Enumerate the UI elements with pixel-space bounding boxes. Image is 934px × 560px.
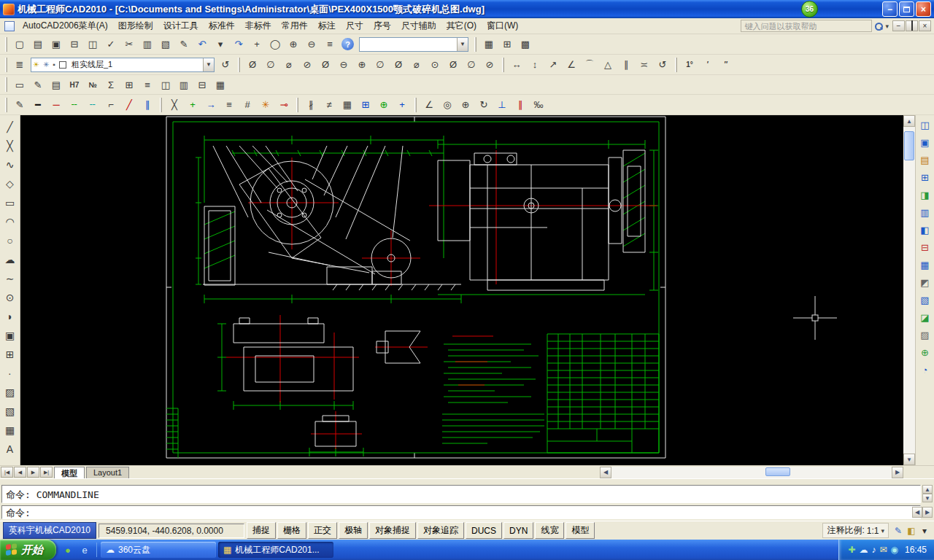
star-icon[interactable]: ✳: [257, 96, 274, 113]
red-line-icon[interactable]: ─: [47, 96, 65, 113]
thick-line-icon[interactable]: ━: [29, 96, 47, 113]
layer-lock-icon[interactable]: ▪: [53, 61, 55, 69]
scroll-left-icon[interactable]: ◀: [600, 467, 611, 478]
status-toggle[interactable]: DYN: [503, 522, 533, 539]
tab-last-button[interactable]: ▶|: [40, 467, 53, 478]
command-scroll-down-icon[interactable]: ▼: [922, 494, 933, 502]
quicklaunch-browser-icon[interactable]: e: [77, 542, 92, 557]
layer-freeze-icon[interactable]: ✳: [43, 61, 49, 69]
leader-icon[interactable]: ⊸: [275, 96, 293, 113]
undo-icon[interactable]: ↶: [193, 36, 211, 52]
view-plus-icon[interactable]: ⊕: [917, 345, 933, 360]
dim-diameter-7-icon[interactable]: Ø: [390, 56, 407, 73]
spline-icon[interactable]: ∼: [1, 269, 19, 288]
view-wire-icon[interactable]: ▥: [917, 205, 933, 220]
layer-combo[interactable]: ☀✳▪ 粗实线层_1 ▼: [31, 58, 215, 72]
angle-second-icon[interactable]: ″: [717, 56, 735, 73]
pan-icon[interactable]: +: [248, 36, 266, 52]
grid-icon[interactable]: ▦: [212, 77, 229, 93]
dim-diameter-11-icon[interactable]: ⊘: [481, 56, 498, 73]
dim-diameter-1-icon[interactable]: Ø: [244, 56, 261, 73]
view-iso-icon[interactable]: ⊞: [917, 170, 933, 185]
dim-baseline-icon[interactable]: ≍: [636, 56, 653, 73]
menu-item[interactable]: 标注: [313, 18, 341, 34]
search-icon[interactable]: [874, 22, 883, 31]
toolbar-grip[interactable]: [238, 58, 240, 72]
target-circle-icon[interactable]: ◎: [439, 96, 456, 113]
pencil-icon[interactable]: ✎: [11, 96, 28, 113]
text-lines-icon[interactable]: ≡: [139, 77, 156, 93]
vertical-scroll-track[interactable]: [903, 127, 915, 454]
view-grid-icon[interactable]: ▦: [917, 257, 933, 273]
scroll-right-icon[interactable]: ▶: [892, 467, 903, 478]
menu-item[interactable]: 序号: [368, 18, 396, 34]
annotation-scale-control[interactable]: 注释比例: 1:1 ▾: [822, 523, 889, 538]
toolbar-grip[interactable]: [675, 58, 677, 72]
parts-list-icon[interactable]: ▤: [47, 77, 65, 93]
scale-dropdown-icon[interactable]: ▾: [881, 527, 884, 534]
layer-dropdown-icon[interactable]: ▼: [203, 58, 214, 71]
horizontal-scrollbar[interactable]: ◀ ▶: [600, 467, 903, 478]
mdi-close-button[interactable]: ×: [919, 20, 931, 31]
command-scroll-up-icon[interactable]: ▲: [922, 485, 933, 494]
view-mirror-icon[interactable]: ◪: [917, 310, 933, 325]
close-button[interactable]: ×: [916, 1, 931, 17]
dim-circle-3-icon[interactable]: ⊙: [426, 56, 444, 73]
plot-icon[interactable]: ⊟: [66, 36, 83, 52]
toolbar-palette-icon[interactable]: ▦: [480, 36, 498, 52]
dim-diameter-10-icon[interactable]: ∅: [463, 56, 480, 73]
region-table-icon[interactable]: ▦: [1, 421, 19, 440]
hatch-lines-icon[interactable]: ≡: [220, 96, 238, 113]
vertical-scrollbar[interactable]: ▲ ▼: [903, 115, 915, 465]
status-toggle[interactable]: 极轴: [339, 522, 368, 539]
cross-line-icon[interactable]: ╳: [166, 96, 183, 113]
menu-item[interactable]: 非标件: [240, 18, 277, 34]
layer-previous-icon[interactable]: ↺: [217, 56, 234, 73]
not-equal-icon[interactable]: ≠: [320, 96, 338, 113]
viewport-icon[interactable]: ◫: [157, 77, 174, 93]
tab-prev-button[interactable]: ◀: [14, 467, 26, 478]
parallel-lines-icon[interactable]: ∥: [139, 96, 156, 113]
quicklaunch-360-icon[interactable]: ●: [61, 542, 75, 557]
view-corner-icon[interactable]: ◩: [917, 275, 933, 290]
red-parallel-icon[interactable]: ∥: [512, 96, 529, 113]
ellipse-icon[interactable]: ⊙: [1, 288, 19, 307]
command-splitter[interactable]: [0, 479, 934, 484]
maximize-button[interactable]: [899, 1, 914, 17]
document-icon[interactable]: [4, 21, 15, 31]
new-icon[interactable]: ▢: [11, 36, 28, 52]
statusbar-menu-icon[interactable]: ▾: [918, 524, 931, 537]
detail-view-icon[interactable]: ▥: [175, 77, 193, 93]
insert-block-icon[interactable]: ▣: [1, 326, 19, 345]
view-delete-icon[interactable]: ⊟: [917, 240, 933, 255]
status-toggle[interactable]: 对象捕捉: [369, 522, 416, 539]
sum-icon[interactable]: Σ: [102, 77, 120, 93]
view-hatch-icon[interactable]: ▧: [917, 292, 933, 308]
toolbar-grip[interactable]: [296, 98, 298, 112]
arc-icon[interactable]: ◠: [1, 212, 19, 231]
revcloud-icon[interactable]: ☁: [1, 250, 19, 269]
taskbar-task-button[interactable]: ▦ 机械工程师CAD201...: [218, 542, 333, 558]
spell-icon[interactable]: ✓: [102, 36, 120, 52]
tab-first-button[interactable]: |◀: [1, 467, 13, 478]
mdi-restore-button[interactable]: [906, 20, 918, 31]
grid-hash-icon[interactable]: #: [239, 96, 256, 113]
start-button[interactable]: 开始: [0, 540, 56, 560]
menu-item[interactable]: 常用件: [277, 18, 313, 34]
toolbar-grip[interactable]: [474, 37, 476, 52]
circled-plus-icon[interactable]: ⊕: [457, 96, 474, 113]
dim-triangle-icon[interactable]: △: [599, 56, 617, 73]
point-icon[interactable]: ∙: [1, 364, 19, 383]
menu-item[interactable]: 尺寸: [341, 18, 368, 34]
view-top-icon[interactable]: ◫: [917, 117, 933, 133]
toolbar-grip[interactable]: [5, 77, 7, 92]
360-speed-ball[interactable]: 36: [801, 1, 818, 18]
command-scroll-right-icon[interactable]: ▶: [922, 507, 933, 518]
dim-diameter-3-icon[interactable]: ⌀: [280, 56, 298, 73]
horizontal-scroll-track[interactable]: [611, 467, 892, 478]
redo-icon[interactable]: ↷: [230, 36, 247, 52]
minimize-button[interactable]: −: [882, 1, 898, 17]
zoom-window-icon[interactable]: ⊕: [285, 36, 302, 52]
dim-circle-1-icon[interactable]: ⊖: [335, 56, 352, 73]
polygon-icon[interactable]: ◇: [1, 174, 19, 193]
